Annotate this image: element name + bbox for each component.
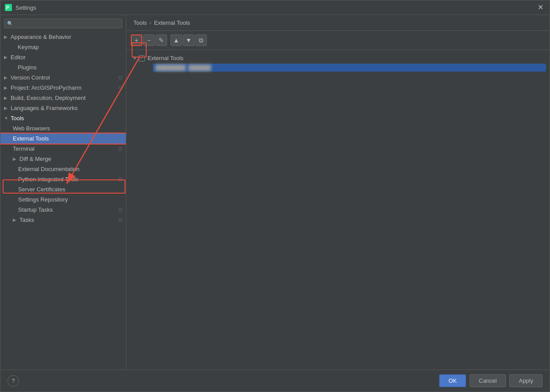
copy-icon: ⧉ xyxy=(199,37,203,44)
arrow-icon: ▶ xyxy=(4,106,8,110)
sidebar-item-version-control[interactable]: ▶ Version Control ⊡ xyxy=(0,72,126,83)
sidebar-item-terminal[interactable]: Terminal ⊡ xyxy=(0,144,126,154)
tree-child-item[interactable]: ████████ ██████ xyxy=(153,64,546,72)
arrow-icon: ▶ xyxy=(13,156,17,161)
main-content: Tools › External Tools + − ✎ ▲ xyxy=(126,15,550,369)
remove-button[interactable]: − xyxy=(143,34,155,46)
dialog-body: 🔍 ▶ Appearance & Behavior Keymap ▶ Edito… xyxy=(0,15,550,369)
sidebar-item-label: Settings Repository xyxy=(18,196,122,203)
svg-text:P: P xyxy=(6,5,9,10)
breadcrumb-current: External Tools xyxy=(154,19,190,26)
app-icon: P xyxy=(5,4,12,11)
sidebar-item-languages[interactable]: ▶ Languages & Frameworks xyxy=(0,103,126,113)
sidebar-item-tasks[interactable]: ▶ Tasks ⊡ xyxy=(0,215,126,225)
help-button[interactable]: ? xyxy=(8,375,19,387)
move-down-button[interactable]: ▼ xyxy=(183,34,194,46)
window-title: Settings xyxy=(15,4,536,11)
toolbar: + − ✎ ▲ ▼ ⧉ xyxy=(126,31,550,50)
page-icon: ⊡ xyxy=(118,217,122,223)
sidebar-item-label: Version Control xyxy=(11,74,117,81)
search-box[interactable]: 🔍 xyxy=(4,19,122,28)
close-button[interactable]: ✕ xyxy=(536,3,545,12)
tree-checkbox[interactable]: ✓ xyxy=(139,55,145,61)
sidebar-item-label: Terminal xyxy=(13,145,117,152)
sidebar-item-project[interactable]: ▶ Project: ArcGISProPycharm ⊡ xyxy=(0,83,126,93)
sidebar-item-editor[interactable]: ▶ Editor xyxy=(0,52,126,62)
sidebar-item-label: Keymap xyxy=(18,44,122,50)
sidebar-item-build[interactable]: ▶ Build, Execution, Deployment xyxy=(0,93,126,103)
move-up-button[interactable]: ▲ xyxy=(171,34,182,46)
sidebar-item-label: Startup Tasks xyxy=(18,206,117,213)
sidebar-item-settings-repo[interactable]: Settings Repository xyxy=(0,194,126,205)
tree-child-label: ████████ ██████ xyxy=(156,65,211,71)
title-bar: P Settings ✕ xyxy=(0,0,550,15)
copy-button[interactable]: ⧉ xyxy=(195,34,207,46)
sidebar-item-web-browsers[interactable]: Web Browsers xyxy=(0,123,126,133)
breadcrumb: Tools › External Tools xyxy=(126,15,550,31)
breadcrumb-parent: Tools xyxy=(133,19,147,26)
sidebar-item-server-certs[interactable]: Server Certificates xyxy=(0,184,126,194)
sidebar-item-external-docs[interactable]: External Documentation xyxy=(0,164,126,174)
cancel-button[interactable]: Cancel xyxy=(470,374,506,387)
sidebar-item-appearance[interactable]: ▶ Appearance & Behavior xyxy=(0,32,126,42)
search-icon: 🔍 xyxy=(7,21,13,27)
sidebar-item-label: External Documentation xyxy=(18,166,122,172)
arrow-icon: ▶ xyxy=(13,217,17,222)
down-icon: ▼ xyxy=(186,37,192,44)
page-icon: ⊡ xyxy=(118,146,122,152)
add-button[interactable]: + xyxy=(131,34,142,46)
bottom-bar: ? OK Cancel Apply xyxy=(0,369,550,392)
sidebar-item-python-tools[interactable]: Python Integrated Tools ⊡ xyxy=(0,174,126,184)
apply-button[interactable]: Apply xyxy=(509,374,542,387)
up-icon: ▲ xyxy=(173,37,179,44)
tree-area[interactable]: ▼ ✓ External Tools ████████ ██████ xyxy=(126,50,550,369)
tree-group-item[interactable]: ▼ ✓ External Tools xyxy=(130,53,546,63)
sidebar-item-keymap[interactable]: Keymap xyxy=(0,42,126,52)
sidebar-item-tools[interactable]: ▼ Tools xyxy=(0,113,126,123)
tree-arrow-icon: ▼ xyxy=(133,56,137,61)
sidebar-item-diff-merge[interactable]: ▶ Diff & Merge xyxy=(0,154,126,164)
sidebar-item-startup-tasks[interactable]: Startup Tasks ⊡ xyxy=(0,205,126,215)
edit-button[interactable]: ✎ xyxy=(156,34,167,46)
arrow-icon: ▼ xyxy=(4,116,8,121)
sidebar-item-label: Tools xyxy=(11,115,122,122)
arrow-icon: ▶ xyxy=(4,85,8,90)
arrow-icon: ▶ xyxy=(4,34,8,39)
sidebar-item-label: Server Certificates xyxy=(18,186,122,193)
page-icon: ⊡ xyxy=(118,176,122,182)
sidebar-item-label: Build, Execution, Deployment xyxy=(11,95,122,101)
sidebar-item-label: External Tools xyxy=(13,135,122,142)
arrow-icon: ▶ xyxy=(4,95,8,100)
page-icon: ⊡ xyxy=(118,85,122,91)
sidebar-item-label: Web Browsers xyxy=(13,125,122,132)
sidebar-item-label: Diff & Merge xyxy=(19,156,122,162)
sidebar-item-label: Editor xyxy=(11,54,122,61)
sidebar-item-plugins[interactable]: Plugins xyxy=(0,62,126,72)
minus-icon: − xyxy=(147,37,151,44)
sidebar-item-external-tools[interactable]: External Tools xyxy=(0,133,126,144)
sidebar-item-label: Appearance & Behavior xyxy=(11,34,122,40)
sidebar-item-label: Project: ArcGISProPycharm xyxy=(11,84,117,91)
sidebar-item-label: Tasks xyxy=(19,217,117,223)
edit-icon: ✎ xyxy=(159,37,164,44)
page-icon: ⊡ xyxy=(118,207,122,213)
breadcrumb-separator: › xyxy=(149,19,151,26)
sidebar: 🔍 ▶ Appearance & Behavior Keymap ▶ Edito… xyxy=(0,15,126,369)
search-input[interactable] xyxy=(15,20,119,27)
page-icon: ⊡ xyxy=(118,75,122,80)
plus-icon: + xyxy=(135,37,138,44)
sidebar-item-label: Plugins xyxy=(18,64,122,71)
sidebar-item-label: Python Integrated Tools xyxy=(18,176,117,183)
sidebar-item-label: Languages & Frameworks xyxy=(11,105,122,111)
settings-dialog: P Settings ✕ 🔍 ▶ Appearance & Behavior K… xyxy=(0,0,550,392)
tree-group-label: External Tools xyxy=(148,55,183,61)
ok-button[interactable]: OK xyxy=(439,374,466,387)
arrow-icon: ▶ xyxy=(4,55,8,60)
arrow-icon: ▶ xyxy=(4,75,8,80)
